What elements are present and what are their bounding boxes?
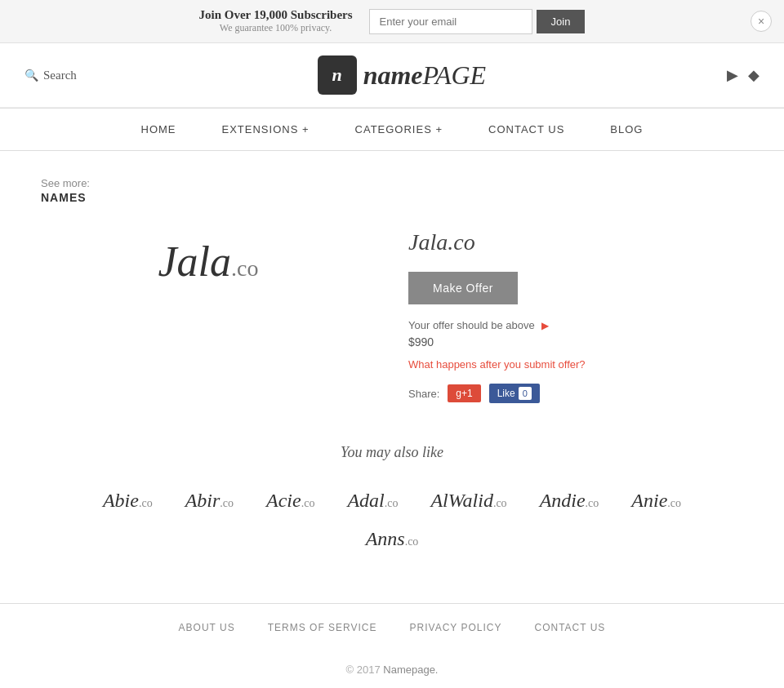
brand-link[interactable]: Namepage. bbox=[383, 664, 438, 676]
top-banner: Join Over 19,000 Subscribers We guarante… bbox=[0, 0, 784, 43]
banner-main-text: Join Over 19,000 Subscribers bbox=[199, 8, 353, 22]
names-link[interactable]: NAMES bbox=[41, 191, 87, 204]
logo-area: n namePAGE bbox=[318, 55, 487, 95]
close-button[interactable]: × bbox=[751, 11, 772, 32]
list-item[interactable]: AlWalid.co bbox=[418, 486, 519, 516]
nav-item-extensions[interactable]: EXTENSIONS + bbox=[199, 109, 332, 150]
domain-logo-large: Jala.co bbox=[41, 221, 376, 403]
gplus-button[interactable]: g+1 bbox=[448, 384, 480, 402]
nav-item-categories[interactable]: CATEGORIES + bbox=[332, 109, 466, 150]
list-item[interactable]: Andie.co bbox=[528, 486, 612, 516]
join-button[interactable]: Join bbox=[537, 10, 586, 33]
breadcrumb: See more: NAMES bbox=[41, 175, 743, 205]
search-icon: 🔍 bbox=[24, 69, 38, 82]
footer-link-terms[interactable]: TERMS OF SERVICE bbox=[268, 622, 377, 633]
logo-icon: n bbox=[318, 55, 357, 95]
list-item[interactable]: Anns.co bbox=[354, 524, 431, 554]
domain-info: Jala.co Make Offer Your offer should be … bbox=[408, 221, 743, 403]
offer-price: $990 bbox=[408, 335, 743, 348]
navigation: HOME EXTENSIONS + CATEGORIES + CONTACT U… bbox=[0, 108, 784, 151]
fb-like-label: Like bbox=[497, 388, 515, 399]
social-icons: ▶ ◆ bbox=[727, 66, 760, 84]
nav-item-home[interactable]: HOME bbox=[118, 109, 199, 150]
logo-text: namePAGE bbox=[363, 60, 487, 91]
logo-box[interactable]: n namePAGE bbox=[318, 55, 487, 95]
footer-link-privacy[interactable]: PRIVACY POLICY bbox=[410, 622, 502, 633]
banner-text: Join Over 19,000 Subscribers We guarante… bbox=[199, 8, 353, 34]
offer-arrow-icon: ▶ bbox=[541, 320, 549, 331]
see-more-label: See more: bbox=[41, 177, 90, 189]
domain-section: Jala.co Jala.co Make Offer Your offer sh… bbox=[41, 221, 743, 403]
nav-item-blog[interactable]: BLOG bbox=[587, 109, 666, 150]
offer-info: Your offer should be above ▶ bbox=[408, 319, 743, 331]
footer-link-contact[interactable]: CONTACT US bbox=[534, 622, 605, 633]
facebook-like-button[interactable]: Like 0 bbox=[489, 384, 540, 403]
offer-link[interactable]: What happens after you submit offer? bbox=[408, 358, 586, 371]
list-item[interactable]: Abir.co bbox=[173, 486, 246, 516]
footer-copyright: © 2017 Namepage. bbox=[0, 651, 784, 688]
domain-title: Jala.co bbox=[408, 229, 743, 255]
list-item[interactable]: Adal.co bbox=[335, 486, 410, 516]
search-area[interactable]: 🔍 Search bbox=[24, 69, 77, 82]
similar-grid: Abie.co Abir.co Acie.co Adal.co AlWalid.… bbox=[41, 486, 743, 516]
footer-link-about[interactable]: ABOUT US bbox=[179, 622, 235, 633]
footer-links: ABOUT US TERMS OF SERVICE PRIVACY POLICY… bbox=[0, 603, 784, 651]
similar-row2: Anns.co bbox=[41, 524, 743, 554]
list-item[interactable]: Acie.co bbox=[254, 486, 327, 516]
main-content: See more: NAMES Jala.co Jala.co Make Off… bbox=[0, 151, 784, 603]
similar-title: You may also like bbox=[41, 444, 743, 461]
twitter-icon[interactable]: ◆ bbox=[748, 66, 760, 84]
similar-section: You may also like Abie.co Abir.co Acie.c… bbox=[41, 444, 743, 554]
fb-count: 0 bbox=[519, 387, 532, 400]
nav-item-contact[interactable]: CONTACT US bbox=[466, 109, 587, 150]
facebook-icon[interactable]: ▶ bbox=[727, 66, 738, 84]
list-item[interactable]: Anie.co bbox=[619, 486, 693, 516]
make-offer-button[interactable]: Make Offer bbox=[408, 272, 518, 304]
copyright-year: © 2017 bbox=[346, 664, 381, 676]
banner-sub-text: We guarantee 100% privacy. bbox=[199, 22, 353, 34]
offer-above-text: Your offer should be above bbox=[408, 319, 535, 331]
share-area: Share: g+1 Like 0 bbox=[408, 384, 743, 403]
email-input[interactable] bbox=[369, 9, 532, 34]
header: 🔍 Search n namePAGE ▶ ◆ bbox=[0, 43, 784, 108]
share-label: Share: bbox=[408, 388, 439, 400]
list-item[interactable]: Abie.co bbox=[91, 486, 165, 516]
domain-display-name: Jala.co bbox=[158, 237, 259, 286]
search-label: Search bbox=[43, 69, 77, 82]
